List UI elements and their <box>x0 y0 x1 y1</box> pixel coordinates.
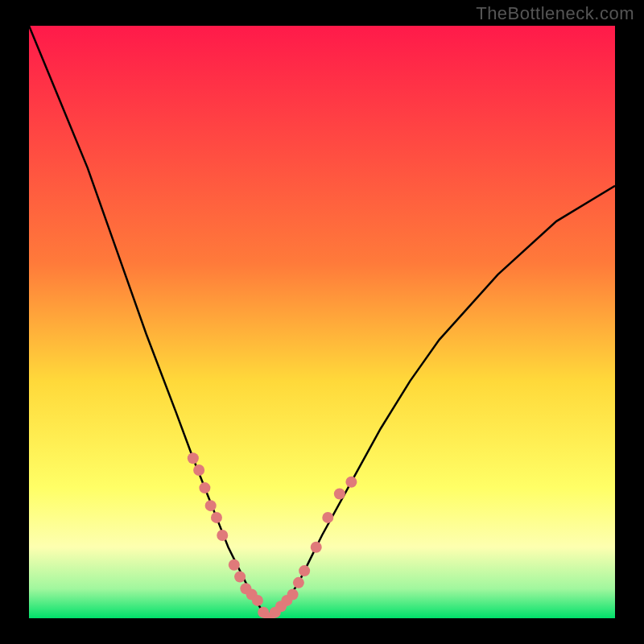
data-point <box>345 477 357 488</box>
chart-container: TheBottleneck.com <box>0 0 644 644</box>
data-point <box>334 488 345 499</box>
data-point <box>322 512 333 523</box>
data-point <box>217 530 228 541</box>
chart-svg <box>29 26 615 618</box>
data-point <box>293 577 304 588</box>
data-point <box>193 464 204 476</box>
data-point <box>211 512 222 523</box>
gradient-background <box>29 26 615 618</box>
data-point <box>234 571 246 582</box>
watermark-text: TheBottleneck.com <box>476 3 634 24</box>
plot-area <box>29 26 615 618</box>
data-point <box>188 452 199 464</box>
data-point <box>287 589 299 601</box>
data-point <box>205 500 217 511</box>
data-point <box>299 565 310 576</box>
data-point <box>311 542 322 553</box>
data-point <box>199 482 210 493</box>
data-point <box>252 595 263 606</box>
data-point <box>229 559 240 571</box>
